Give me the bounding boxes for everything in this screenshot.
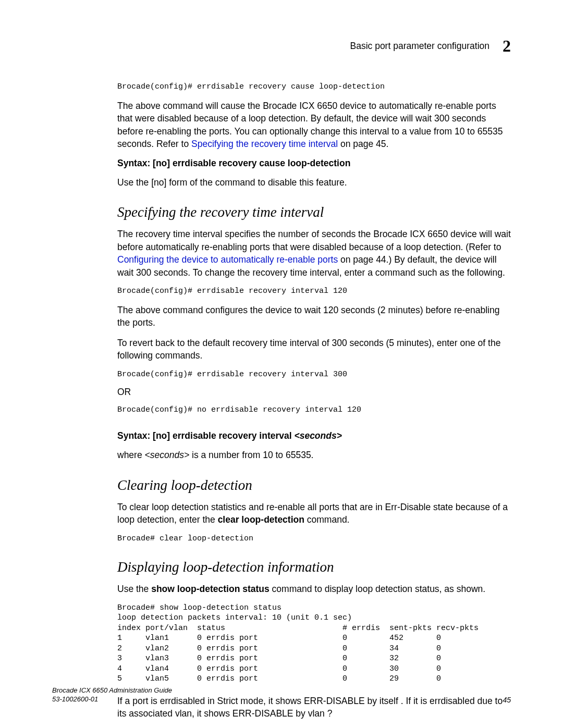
para-no-form: Use the [no] form of the command to disa… [117,176,511,189]
code-block-status-table: Brocade# show loop-detection status loop… [117,603,511,684]
para-clear: To clear loop detection statistics and r… [117,501,511,526]
heading-displaying: Displaying loop-detection information [117,559,511,575]
footer-page: 45 [503,696,511,704]
para8-b: clear loop-detection [218,514,304,525]
para9-c: command to display loop detection status… [270,584,485,594]
para4-text-a: The recovery time interval specifies the… [117,229,511,252]
para7-b: <seconds> [145,450,190,460]
code-block-2: Brocade(config)# errdisable recovery int… [117,286,511,297]
syntax2-seconds: <seconds> [294,430,341,441]
para8-c: command. [304,514,350,525]
paragraph-intro: The above command will cause the Brocade… [117,100,511,151]
section-title: Basic port parameter configuration [350,41,490,52]
page-header: Basic port parameter configuration 2 [117,31,511,56]
para-wait-120: The above command configures the device … [117,304,511,329]
syntax-2: Syntax: [no] errdisable recovery interva… [117,430,511,441]
para-revert: To revert back to the default recovery t… [117,337,511,362]
heading-recovery-interval: Specifying the recovery time interval [117,204,511,220]
para9-a: Use the [117,584,151,594]
para7-c: is a number from 10 to 65535. [189,450,313,460]
code-block-3: Brocade(config)# errdisable recovery int… [117,369,511,380]
footer-left: Brocade ICX 6650 Administration Guide 53… [52,686,172,704]
syntax2-text-a: Syntax: [no] errdisable recovery interva… [117,430,294,441]
para7-a: where [117,450,145,460]
para-show-status: Use the show loop-detection status comma… [117,583,511,596]
code-block-5: Brocade# clear loop-detection [117,534,511,544]
heading-clearing: Clearing loop-detection [117,477,511,493]
or-divider: OR [117,386,511,399]
link-auto-reenable[interactable]: Configuring the device to automatically … [117,254,338,265]
para-recovery-intro: The recovery time interval specifies the… [117,228,511,279]
page-footer: Brocade ICX 6650 Administration Guide 53… [52,686,511,704]
footer-docnum: 53-1002600-01 [52,695,98,703]
code-block-1: Brocade(config)# errdisable recovery cau… [117,82,511,92]
code-block-4: Brocade(config)# no errdisable recovery … [117,405,511,415]
para9-b: show loop-detection status [151,584,270,594]
link-recovery-interval[interactable]: Specifying the recovery time interval [191,139,338,149]
chapter-number: 2 [503,36,511,56]
footer-guide: Brocade ICX 6650 Administration Guide [52,686,172,694]
para-seconds-range: where <seconds> is a number from 10 to 6… [117,449,511,462]
syntax-1: Syntax: [no] errdisable recovery cause l… [117,158,511,169]
para2-text-b: on page 45. [338,139,388,149]
